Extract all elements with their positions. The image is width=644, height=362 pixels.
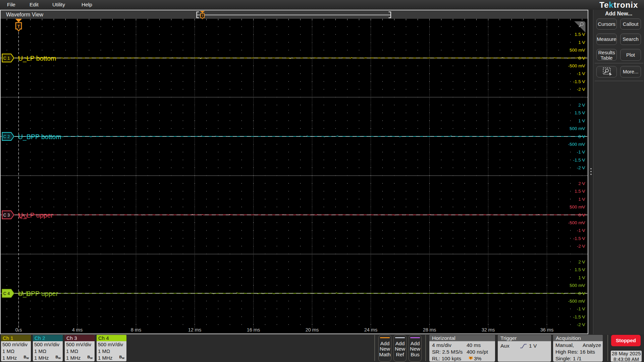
svg-text:C 3: C 3: [3, 213, 10, 218]
svg-text:T: T: [470, 357, 472, 360]
svg-text:0 V: 0 V: [578, 213, 585, 218]
svg-text:-1.5 V: -1.5 V: [573, 158, 585, 163]
svg-text:12 ms: 12 ms: [188, 327, 202, 333]
svg-text:2 V: 2 V: [578, 259, 585, 264]
svg-text:-1 V: -1 V: [577, 149, 585, 155]
svg-text:-500 mV: -500 mV: [568, 299, 585, 304]
svg-text:24 ms: 24 ms: [364, 327, 378, 333]
svg-text:-1.5 V: -1.5 V: [573, 79, 585, 84]
svg-text:-2 V: -2 V: [577, 322, 585, 327]
svg-text:1 V: 1 V: [578, 118, 585, 123]
svg-text:1.5 V: 1.5 V: [575, 110, 585, 115]
svg-text:U_LP upper: U_LP upper: [18, 212, 53, 219]
svg-text:500 mV: 500 mV: [570, 204, 585, 209]
svg-text:1.5 V: 1.5 V: [575, 189, 585, 194]
svg-text:T: T: [202, 14, 204, 17]
svg-text:-1.5 V: -1.5 V: [573, 314, 585, 319]
svg-text:-500 mV: -500 mV: [568, 63, 585, 68]
svg-text:U_BPP bottom: U_BPP bottom: [18, 133, 61, 141]
svg-text:1 V: 1 V: [578, 275, 585, 280]
svg-text:1.5 V: 1.5 V: [575, 32, 585, 37]
svg-text:-2 V: -2 V: [577, 244, 585, 249]
svg-text:0 s: 0 s: [15, 327, 22, 333]
svg-text:2 V: 2 V: [578, 181, 585, 186]
svg-text:16 ms: 16 ms: [247, 327, 260, 333]
svg-text:C 2: C 2: [3, 134, 10, 139]
svg-text:1 V: 1 V: [578, 40, 585, 45]
svg-text:28 ms: 28 ms: [423, 327, 436, 333]
svg-text:-1 V: -1 V: [577, 306, 585, 311]
svg-text:8 ms: 8 ms: [131, 327, 141, 333]
svg-text:-2 V: -2 V: [577, 165, 585, 170]
svg-text:4 ms: 4 ms: [72, 327, 83, 333]
svg-text:C 4: C 4: [3, 291, 10, 296]
svg-text:-500 mV: -500 mV: [568, 142, 585, 147]
svg-text:1.5 V: 1.5 V: [575, 267, 585, 272]
svg-text:U_LP bottom: U_LP bottom: [18, 55, 56, 62]
svg-text:U_BPP upper: U_BPP upper: [18, 290, 58, 298]
svg-text:T: T: [17, 24, 20, 29]
svg-text:500 mV: 500 mV: [570, 48, 585, 53]
svg-text:-2 V: -2 V: [577, 87, 585, 92]
svg-text:-500 mV: -500 mV: [568, 220, 585, 225]
svg-text:-1 V: -1 V: [577, 228, 585, 233]
svg-text:-1.5 V: -1.5 V: [573, 236, 585, 241]
svg-text:C 1: C 1: [3, 56, 10, 61]
svg-text:36 ms: 36 ms: [540, 327, 554, 333]
svg-text:2 V: 2 V: [578, 103, 585, 108]
svg-text:0 V: 0 V: [578, 56, 585, 61]
svg-text:0 V: 0 V: [578, 291, 585, 296]
svg-text:500 mV: 500 mV: [570, 126, 585, 131]
svg-text:1 V: 1 V: [578, 197, 585, 202]
svg-text:500 mV: 500 mV: [570, 283, 585, 288]
svg-text:0 V: 0 V: [578, 134, 585, 139]
svg-text:-1 V: -1 V: [577, 71, 585, 76]
svg-text:Tektronix: Tektronix: [599, 0, 638, 9]
svg-text:20 ms: 20 ms: [306, 327, 319, 333]
svg-text:32 ms: 32 ms: [482, 327, 495, 333]
